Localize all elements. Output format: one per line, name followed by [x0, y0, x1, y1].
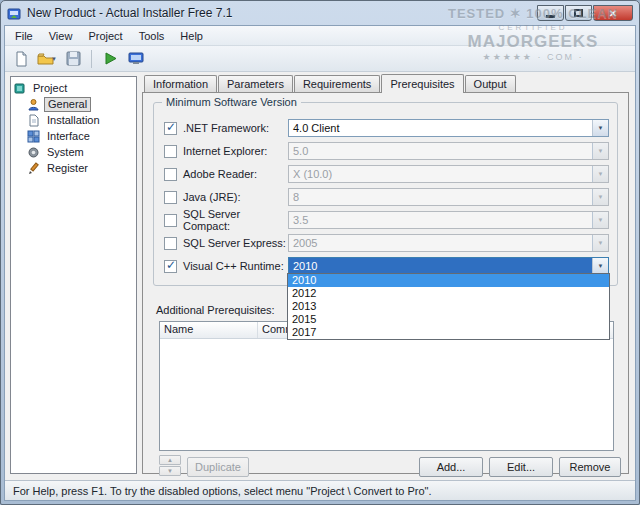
menu-file[interactable]: File [7, 28, 41, 44]
table-body[interactable] [160, 339, 613, 450]
tree-item-label: System [44, 146, 87, 159]
sql-server-express-checkbox[interactable] [164, 237, 177, 250]
dropdown-option-2015[interactable]: 2015 [288, 313, 609, 326]
register-icon [27, 162, 40, 175]
dropdown-option-2012[interactable]: 2012 [288, 287, 609, 300]
sql-server-compact-combo: 3.5 ▼ [288, 211, 609, 229]
move-down-button[interactable]: ▼ [159, 466, 181, 476]
close-icon: ✕ [609, 8, 617, 19]
prerequisites-table[interactable]: Name Command OS Condition Value 1 Value … [159, 321, 614, 451]
close-button[interactable]: ✕ [593, 5, 633, 21]
combo-value: 2010 [289, 258, 592, 274]
tree-item-label: Register [44, 162, 91, 175]
open-button[interactable]: ▼ [35, 48, 59, 70]
workspace: Project General Inst [5, 72, 635, 480]
tree-item-system[interactable]: System [13, 144, 134, 160]
sql-server-compact-label: SQL Server Compact: [183, 208, 288, 232]
menu-project[interactable]: Project [80, 28, 130, 44]
tab-information[interactable]: Information [144, 75, 217, 92]
adobe-reader-label: Adobe Reader: [183, 168, 288, 180]
window-controls: ✕ [537, 5, 633, 21]
tab-strip: Information Parameters Requirements Prer… [142, 73, 629, 92]
up-arrow-icon: ▲ [167, 457, 173, 463]
test-setup-button[interactable] [124, 48, 148, 70]
sql-server-compact-checkbox[interactable] [164, 214, 177, 227]
net-framework-checkbox[interactable]: ✓ [164, 122, 177, 135]
duplicate-button[interactable]: Duplicate [187, 457, 249, 477]
dropdown-option-2010[interactable]: 2010 [288, 274, 609, 287]
add-button[interactable]: Add... [419, 457, 483, 477]
new-icon [13, 51, 29, 67]
chevron-down-icon[interactable]: ▼ [592, 258, 608, 274]
dropdown-option-2013[interactable]: 2013 [288, 300, 609, 313]
minimize-icon [546, 15, 555, 18]
visual-cpp-runtime-dropdown: 2010 2012 2013 2015 2017 [287, 273, 610, 340]
tree-item-interface[interactable]: Interface [13, 128, 134, 144]
maximize-button[interactable] [565, 5, 592, 21]
adobe-reader-combo: X (10.0) ▼ [288, 165, 609, 183]
minimize-button[interactable] [537, 5, 564, 21]
open-dropdown-icon[interactable]: ▼ [51, 56, 57, 62]
dropdown-option-2017[interactable]: 2017 [288, 326, 609, 339]
adobe-reader-checkbox[interactable] [164, 168, 177, 181]
edit-button[interactable]: Edit... [489, 457, 553, 477]
tab-prerequisites[interactable]: Prerequisites [381, 74, 463, 93]
remove-button[interactable]: Remove [559, 457, 621, 477]
project-icon [13, 82, 26, 95]
net-framework-combo[interactable]: 4.0 Client ▼ [288, 119, 609, 137]
build-run-button[interactable] [98, 48, 122, 70]
min-software-group: Minimum Software Version ✓ .NET Framewor… [153, 102, 618, 286]
tree-item-general[interactable]: General [13, 96, 134, 112]
combo-value: 3.5 [289, 212, 592, 228]
chevron-down-icon: ▼ [592, 212, 608, 228]
save-button[interactable] [61, 48, 85, 70]
project-tree[interactable]: Project General Inst [10, 76, 137, 474]
tree-item-label: General [44, 97, 91, 112]
titlebar[interactable]: New Product - Actual Installer Free 7.1 … [1, 1, 639, 25]
check-icon: ✓ [166, 258, 176, 272]
client-area: File View Project Tools Help [4, 25, 636, 501]
move-up-button[interactable]: ▲ [159, 455, 181, 465]
chevron-down-icon[interactable]: ▼ [592, 120, 608, 136]
tab-parameters[interactable]: Parameters [218, 75, 293, 92]
tree-item-installation[interactable]: Installation [13, 112, 134, 128]
internet-explorer-checkbox[interactable] [164, 145, 177, 158]
down-arrow-icon: ▼ [167, 468, 173, 474]
row-java-jre: Java (JRE): 8 ▼ [164, 188, 609, 206]
combo-value: 2005 [289, 235, 592, 251]
app-icon [7, 6, 22, 21]
java-jre-checkbox[interactable] [164, 191, 177, 204]
chevron-down-icon: ▼ [592, 166, 608, 182]
chevron-down-icon: ▼ [592, 143, 608, 159]
new-button[interactable] [9, 48, 33, 70]
system-icon [27, 146, 40, 159]
menubar: File View Project Tools Help [5, 26, 635, 46]
internet-explorer-label: Internet Explorer: [183, 145, 288, 157]
tab-requirements[interactable]: Requirements [294, 75, 380, 92]
column-name[interactable]: Name [160, 322, 258, 338]
row-sql-server-compact: SQL Server Compact: 3.5 ▼ [164, 211, 609, 229]
sql-server-express-label: SQL Server Express: [183, 237, 288, 249]
tree-item-label: Interface [44, 130, 93, 143]
installation-icon [27, 114, 40, 127]
visual-cpp-runtime-label: Visual C++ Runtime: [183, 260, 288, 272]
tree-item-project[interactable]: Project [13, 80, 134, 96]
tree-item-register[interactable]: Register [13, 160, 134, 176]
chevron-down-icon: ▼ [592, 189, 608, 205]
maximize-icon [574, 9, 583, 17]
window-frame: New Product - Actual Installer Free 7.1 … [0, 0, 640, 505]
row-sql-server-express: SQL Server Express: 2005 ▼ [164, 234, 609, 252]
menu-view[interactable]: View [41, 28, 81, 44]
menu-tools[interactable]: Tools [131, 28, 173, 44]
menu-help[interactable]: Help [172, 28, 211, 44]
row-internet-explorer: Internet Explorer: 5.0 ▼ [164, 142, 609, 160]
combo-value: 5.0 [289, 143, 592, 159]
internet-explorer-combo: 5.0 ▼ [288, 142, 609, 160]
toolbar-separator [91, 50, 92, 68]
visual-cpp-runtime-checkbox[interactable]: ✓ [164, 260, 177, 273]
chevron-down-icon: ▼ [592, 235, 608, 251]
tab-output[interactable]: Output [465, 75, 516, 92]
application-window: New Product - Actual Installer Free 7.1 … [0, 0, 640, 505]
run-icon [103, 51, 118, 66]
combo-value: 8 [289, 189, 592, 205]
